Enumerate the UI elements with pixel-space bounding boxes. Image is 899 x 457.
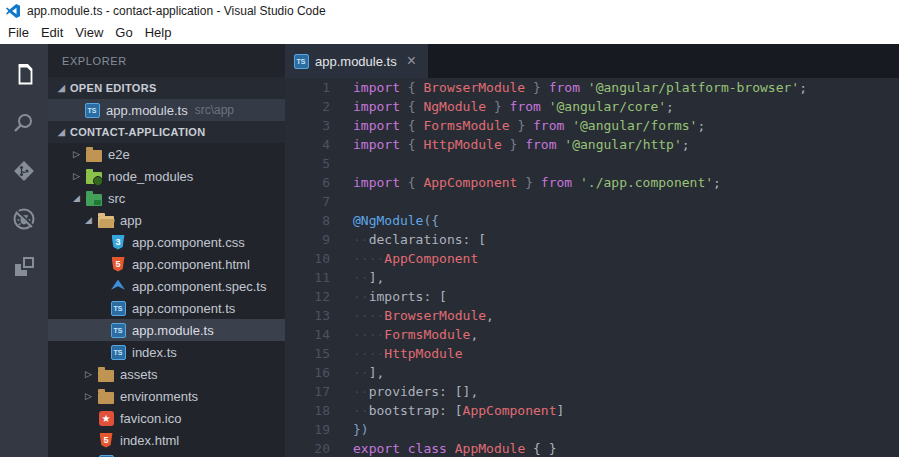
tree-item-label: app.module.ts	[132, 323, 214, 338]
line-number: 19	[285, 420, 330, 439]
menu-go[interactable]: Go	[109, 22, 138, 44]
code-line: import { AppComponent } from './app.comp…	[353, 173, 899, 192]
line-number: 11	[285, 268, 330, 287]
line-number: 12	[285, 287, 330, 306]
open-editor-path: src\app	[195, 103, 234, 117]
code-line: ··declarations: [	[353, 230, 899, 249]
tree-item-node_modules[interactable]: ▷node_modules	[48, 165, 285, 187]
tree-item-label: environments	[120, 389, 198, 404]
node-modules-folder-icon	[86, 168, 102, 184]
tree-item-label: assets	[120, 367, 158, 382]
tree-item-label: index.html	[120, 433, 179, 448]
tree-item-environments[interactable]: ▷environments	[48, 385, 285, 407]
line-number: 1	[285, 78, 330, 97]
editor-group: TSapp.module.ts× 12345678910111213141516…	[285, 44, 899, 457]
vscode-logo-icon	[5, 3, 21, 19]
code-line: ····HttpModule	[353, 344, 899, 363]
tree-item-app[interactable]: ◢app	[48, 209, 285, 231]
folder-icon	[98, 388, 114, 404]
editor-tab-app.module.ts[interactable]: TSapp.module.ts×	[285, 44, 428, 78]
tree-item-label: src	[108, 191, 125, 206]
activity-bar	[0, 44, 48, 457]
code-line: ····FormsModule,	[353, 325, 899, 344]
line-number: 2	[285, 97, 330, 116]
line-number: 13	[285, 306, 330, 325]
chevron-expanded-icon: ◢	[73, 193, 86, 203]
tree-item-app.component.css[interactable]: 3app.component.css	[48, 231, 285, 253]
line-number: 20	[285, 439, 330, 457]
chevron-collapsed-icon: ▷	[73, 149, 86, 159]
explorer-sidebar: EXPLORER ◢ OPEN EDITORS TSapp.module.tss…	[48, 44, 285, 457]
code-line: import { BrowserModule } from '@angular/…	[353, 78, 899, 97]
typescript-file-icon: TS	[110, 300, 126, 316]
code-line: ··imports: [	[353, 287, 899, 306]
line-number: 4	[285, 135, 330, 154]
tree-item-e2e[interactable]: ▷e2e	[48, 143, 285, 165]
line-number: 15	[285, 344, 330, 363]
typescript-file-icon: TS	[110, 344, 126, 360]
code-line: ····AppComponent	[353, 249, 899, 268]
typescript-file-icon: TS	[110, 322, 126, 338]
chevron-collapsed-icon: ▷	[73, 171, 86, 181]
tree-item-label: app.component.ts	[132, 301, 235, 316]
menu-view[interactable]: View	[69, 22, 109, 44]
chevron-collapsed-icon: ▷	[85, 369, 98, 379]
code-line: ··],	[353, 268, 899, 287]
src-folder-icon	[86, 190, 102, 206]
tree-item-index.ts[interactable]: TSindex.ts	[48, 341, 285, 363]
line-number: 8	[285, 211, 330, 230]
tree-item-label: app.component.spec.ts	[132, 279, 266, 294]
tab-close-icon[interactable]: ×	[407, 53, 416, 69]
search-icon	[11, 110, 37, 136]
tree-item-app.module.ts[interactable]: TSapp.module.ts	[48, 319, 285, 341]
tree-item-label: e2e	[108, 147, 130, 162]
activity-explorer-button[interactable]	[0, 51, 48, 99]
html5-file-icon: 5	[110, 256, 126, 272]
tree-item-assets[interactable]: ▷assets	[48, 363, 285, 385]
menu-bar: FileEditViewGoHelp	[0, 22, 899, 44]
typescript-file-icon: TS	[293, 53, 309, 69]
menu-help[interactable]: Help	[139, 22, 178, 44]
code-line: import { NgModule } from '@angular/core'…	[353, 97, 899, 116]
code-line: ····BrowserModule,	[353, 306, 899, 325]
code-line	[353, 154, 899, 173]
line-number: 7	[285, 192, 330, 211]
files-icon	[11, 62, 37, 88]
line-number: 10	[285, 249, 330, 268]
spec-test-file-icon	[110, 278, 126, 294]
no-debug-icon	[11, 206, 37, 232]
project-section-header[interactable]: ◢ CONTACT-APPLICATION	[48, 121, 285, 143]
line-number: 18	[285, 401, 330, 420]
open-editor-item[interactable]: TSapp.module.tssrc\app	[48, 99, 285, 121]
code-line: ··],	[353, 363, 899, 382]
tree-item-label: app	[120, 213, 142, 228]
activity-extensions-button[interactable]	[0, 243, 48, 291]
tree-item-main.ts[interactable]: TSmain.ts	[48, 451, 285, 457]
tree-item-index.html[interactable]: 5index.html	[48, 429, 285, 451]
tree-item-app.component.spec.ts[interactable]: app.component.spec.ts	[48, 275, 285, 297]
code-line	[353, 192, 899, 211]
tree-item-label: index.ts	[132, 345, 177, 360]
extensions-icon	[11, 254, 37, 280]
tree-item-src[interactable]: ◢src	[48, 187, 285, 209]
activity-search-button[interactable]	[0, 99, 48, 147]
open-editors-header[interactable]: ◢ OPEN EDITORS	[48, 77, 285, 99]
menu-file[interactable]: File	[2, 22, 35, 44]
code-line: export class AppModule { }	[353, 439, 899, 457]
open-folder-icon	[98, 212, 114, 228]
tree-item-app.component.html[interactable]: 5app.component.html	[48, 253, 285, 275]
code-editor[interactable]: 1234567891011121314151617181920 import {…	[285, 78, 899, 457]
tree-item-app.component.ts[interactable]: TSapp.component.ts	[48, 297, 285, 319]
tree-item-favicon.ico[interactable]: ★favicon.ico	[48, 407, 285, 429]
line-number: 16	[285, 363, 330, 382]
menu-edit[interactable]: Edit	[35, 22, 69, 44]
activity-debug-disabled-button[interactable]	[0, 195, 48, 243]
css3-file-icon: 3	[110, 234, 126, 250]
chevron-expanded-icon: ◢	[85, 215, 98, 225]
chevron-collapsed-icon: ▷	[85, 391, 98, 401]
line-number: 3	[285, 116, 330, 135]
favicon-file-icon: ★	[98, 410, 114, 426]
tree-item-label: node_modules	[108, 169, 193, 184]
code-line: })	[353, 420, 899, 439]
activity-source-control-button[interactable]	[0, 147, 48, 195]
